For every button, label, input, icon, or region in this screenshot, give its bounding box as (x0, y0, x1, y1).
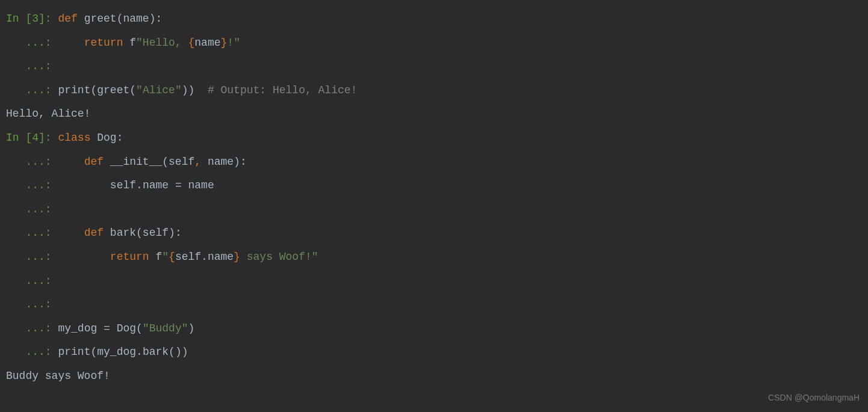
code-line: ...: print(greet("Alice")) # Output: Hel… (6, 79, 862, 103)
prompt-cont: ...: (6, 322, 58, 334)
code-line: ...: def __init__(self, name): (6, 150, 862, 174)
keyword-def: def (58, 13, 77, 25)
keyword-class: class (58, 132, 90, 144)
output-line: Buddy says Woof! (6, 364, 862, 389)
code-line: ...: self.name = name (6, 174, 862, 198)
prompt-cont: ...: (6, 251, 58, 263)
code-line: In [3]: def greet(name): (6, 7, 862, 31)
keyword-return: return (84, 37, 123, 49)
prompt-in: In [3]: (6, 13, 58, 25)
prompt-cont: ...: (6, 84, 58, 96)
prompt-in: In [4]: (6, 132, 58, 144)
prompt-cont: ...: (6, 227, 58, 239)
watermark: CSDN @QomolangmaH (768, 389, 860, 407)
code-line: ...: (6, 198, 862, 222)
prompt-cont: ...: (6, 37, 58, 49)
prompt-cont: ...: (6, 156, 58, 168)
code-line: ...: print(my_dog.bark()) (6, 340, 862, 364)
code-line: ...: (6, 55, 862, 79)
prompt-cont: ...: (6, 275, 58, 287)
ipython-terminal[interactable]: In [3]: def greet(name): ...: return f"H… (6, 7, 862, 389)
params: (name) (117, 13, 156, 25)
code-line: In [4]: class Dog: (6, 126, 862, 150)
code-line: ...: return f"{self.name} says Woof!" (6, 245, 862, 269)
prompt-cont: ...: (6, 60, 58, 72)
code-line: ...: (6, 293, 862, 317)
prompt-cont: ...: (6, 179, 58, 191)
function-name: greet (84, 13, 117, 25)
code-line: ...: def bark(self): (6, 221, 862, 245)
prompt-cont: ...: (6, 298, 58, 310)
output-line: Hello, Alice! (6, 102, 862, 126)
prompt-cont: ...: (6, 346, 58, 358)
comment: # Output: Hello, Alice! (194, 84, 357, 96)
code-line: ...: return f"Hello, {name}!" (6, 31, 862, 55)
prompt-cont: ...: (6, 203, 58, 215)
code-line: ...: my_dog = Dog("Buddy") (6, 317, 862, 341)
code-line: ...: (6, 269, 862, 294)
